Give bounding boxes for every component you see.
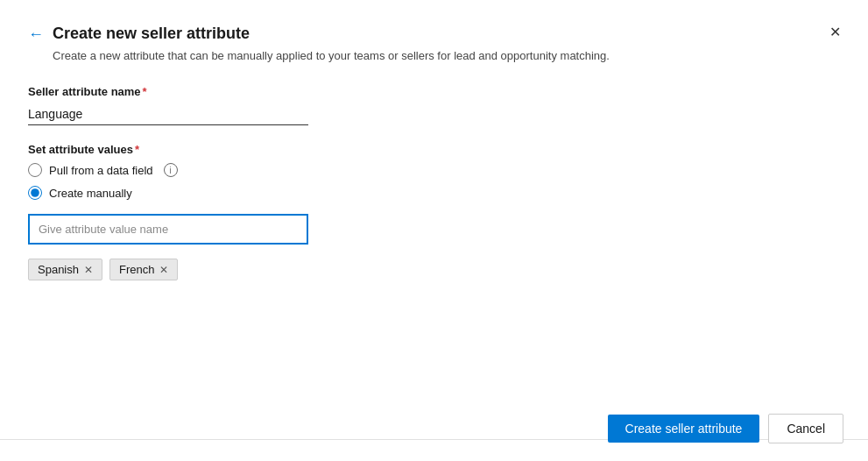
attribute-name-label: Seller attribute name* [28,85,840,98]
radio-manual-label: Create manually [49,187,132,200]
dialog-title: Create new seller attribute [53,25,250,43]
tag-close-spanish[interactable]: ✕ [84,265,93,275]
tags-container: Spanish ✕ French ✕ [28,259,840,280]
radio-pull-label: Pull from a data field [49,164,153,177]
attribute-value-input[interactable] [28,214,308,245]
set-attribute-values-section: Set attribute values* Pull from a data f… [28,143,840,280]
radio-option-manual[interactable]: Create manually [28,186,840,200]
radio-manual[interactable] [28,186,42,200]
dialog-subtitle: Create a new attribute that can be manua… [53,48,840,64]
info-icon[interactable]: i [164,163,178,177]
create-seller-attribute-button[interactable]: Create seller attribute [608,415,760,443]
close-button[interactable]: ✕ [822,19,847,44]
create-seller-attribute-dialog: ← Create new seller attribute ✕ Create a… [0,0,868,461]
dialog-footer: Create seller attribute Cancel [608,414,843,443]
set-attribute-values-label: Set attribute values* [28,143,840,156]
radio-option-pull[interactable]: Pull from a data field i [28,163,840,177]
tag-french: French ✕ [109,259,178,280]
radio-group: Pull from a data field i Create manually [28,163,840,200]
required-star: * [143,85,147,98]
attribute-name-section: Seller attribute name* [28,85,840,125]
tag-spanish: Spanish ✕ [28,259,102,280]
cancel-button[interactable]: Cancel [768,414,843,443]
required-star-2: * [135,143,139,156]
tag-label-french: French [119,263,154,276]
tag-label-spanish: Spanish [38,263,79,276]
radio-pull[interactable] [28,163,42,177]
tag-close-french[interactable]: ✕ [159,265,168,275]
attribute-name-input[interactable] [28,103,308,125]
back-button[interactable]: ← [28,26,44,42]
dialog-header: ← Create new seller attribute [28,25,840,43]
